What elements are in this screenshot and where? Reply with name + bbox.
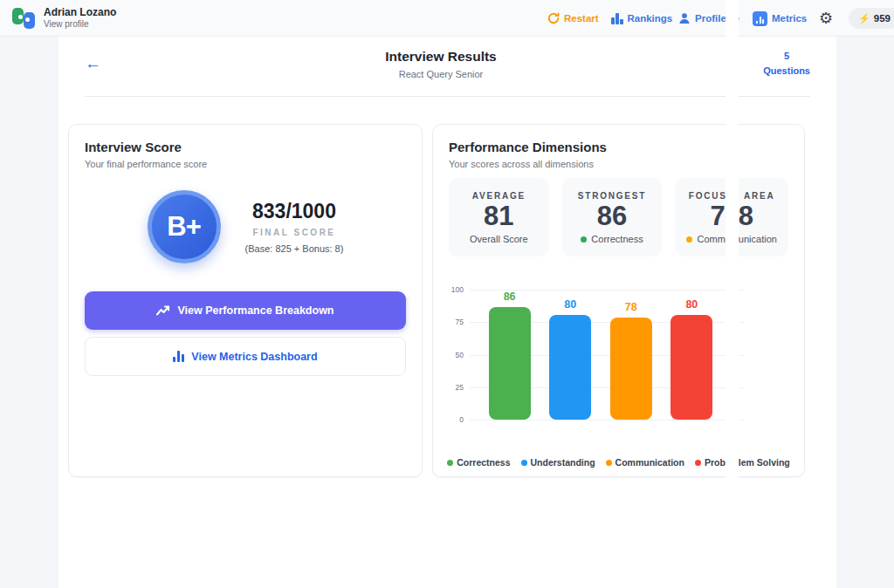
results-header: ← Interview Results React Query Senior 5… bbox=[739, 37, 810, 97]
dimension-stats-row: AVERAGE 81 Overall Score STRONGEST bbox=[449, 178, 726, 256]
bar-value-label: 80 bbox=[549, 298, 591, 311]
bar-group: 86 80 78 bbox=[739, 290, 745, 420]
content-sheet: ← Interview Results React Query Senior 5… bbox=[58, 37, 726, 588]
stat-label: FOCUS AREA bbox=[675, 191, 726, 201]
bar-value-label: 80 bbox=[670, 298, 712, 311]
bar-value-label: 86 bbox=[489, 291, 531, 303]
view-performance-breakdown-button[interactable]: View Performance Breakdown bbox=[85, 291, 406, 330]
app-logo-icon bbox=[12, 7, 35, 30]
bar-group: 86 80 78 bbox=[470, 290, 726, 420]
legend-item-communication: Communication bbox=[606, 457, 684, 468]
questions-count: 5 bbox=[763, 49, 810, 64]
stat-sublabel: Overall Score bbox=[449, 234, 549, 244]
stat-strongest: STRONGEST 86 Correctness bbox=[562, 178, 663, 256]
render-seam-gap bbox=[726, 0, 739, 588]
chart-legend: Correctness Understanding Communication bbox=[739, 457, 788, 468]
legend-dot-icon bbox=[695, 460, 701, 466]
nav-profile-label: Profile bbox=[739, 13, 739, 24]
nav-rankings-label: Rankings bbox=[628, 13, 673, 24]
page-body: ← Interview Results React Query Senior 5… bbox=[0, 37, 726, 588]
nav-metrics-label: Metrics bbox=[772, 13, 807, 24]
stat-dot-icon bbox=[686, 236, 692, 243]
nav-profile-label: Profile bbox=[695, 13, 726, 24]
chart-plot-area: 86 80 78 bbox=[739, 290, 745, 420]
nav-profile-button[interactable]: Profile bbox=[678, 0, 726, 37]
bar bbox=[549, 315, 591, 420]
bar-correctness: 86 bbox=[489, 290, 531, 420]
questions-label: Questions bbox=[763, 64, 810, 79]
score-card-title: Interview Score bbox=[85, 140, 406, 154]
bar-problem-solving: 80 bbox=[670, 290, 712, 420]
bar-chart-icon bbox=[173, 351, 184, 362]
metrics-icon bbox=[753, 11, 767, 26]
results-header: ← Interview Results React Query Senior 5… bbox=[85, 37, 726, 97]
legend-item-correctness: Correctness bbox=[447, 457, 510, 468]
bar-value-label: 78 bbox=[610, 301, 652, 313]
score-breakdown-note: (Base: 825 + Bonus: 8) bbox=[245, 243, 344, 254]
app-screen: Adrian Lozano View profile Restart bbox=[0, 0, 894, 588]
gear-icon: ⚙ bbox=[819, 10, 833, 26]
stat-value: 78 bbox=[675, 202, 726, 231]
topbar: Adrian Lozano View profile Restart bbox=[0, 0, 726, 37]
grade-badge: B+ bbox=[148, 190, 221, 263]
stat-focus-area: FOCUS AREA 78 Communication bbox=[739, 178, 788, 256]
legend-dot-icon bbox=[521, 460, 527, 466]
bar bbox=[610, 318, 652, 420]
bar-understanding: 80 bbox=[549, 290, 591, 420]
stat-sublabel: Communication bbox=[675, 234, 726, 244]
score-card-subtitle: Your final performance score bbox=[85, 159, 406, 169]
dimensions-card-title: Performance Dimensions bbox=[449, 140, 726, 154]
legend-item-problem-solving: Problem Solving bbox=[739, 457, 790, 468]
page: Adrian Lozano View profile Restart bbox=[0, 0, 726, 588]
stat-sublabel: Correctness bbox=[562, 234, 663, 244]
nav-restart-button[interactable]: Restart bbox=[547, 0, 599, 37]
dimension-stats-row: AVERAGE 81 Overall Score STRONGEST bbox=[739, 178, 788, 256]
stat-average: AVERAGE 81 Overall Score bbox=[449, 178, 549, 256]
viewport-right-slice: Adrian Lozano View profile Restart bbox=[739, 0, 894, 588]
stat-label: STRONGEST bbox=[562, 191, 663, 201]
stat-label: AVERAGE bbox=[449, 191, 549, 201]
dimensions-card-subtitle: Your scores across all dimensions bbox=[739, 159, 788, 169]
dimensions-card-title: Performance Dimensions bbox=[739, 140, 788, 154]
nav-metrics-button[interactable]: Metrics bbox=[753, 0, 807, 37]
bar bbox=[670, 315, 712, 420]
nav-profile-button[interactable]: Profile bbox=[739, 0, 739, 37]
performance-dimensions-card: Performance Dimensions Your scores acros… bbox=[432, 124, 726, 477]
legend-item-problem-solving: Problem Solving bbox=[695, 457, 726, 468]
page-right-slice: Adrian Lozano View profile Restart bbox=[739, 0, 894, 588]
view-profile-link[interactable]: View profile bbox=[44, 18, 116, 30]
page-title: Interview Results bbox=[385, 49, 497, 65]
content-sheet: ← Interview Results React Query Senior 5… bbox=[739, 37, 836, 588]
chart-y-axis: 100 75 50 25 0 bbox=[449, 290, 470, 420]
legend-dot-icon bbox=[606, 460, 612, 466]
stat-value: 81 bbox=[449, 202, 549, 231]
stat-sublabel: Communication bbox=[739, 234, 788, 244]
stat-dot-icon bbox=[581, 236, 587, 243]
restart-icon bbox=[547, 12, 560, 24]
interview-score-card: Interview Score Your final performance s… bbox=[68, 124, 423, 477]
back-arrow-button[interactable]: ← bbox=[85, 55, 101, 72]
chart-legend: Correctness Understanding Communication bbox=[449, 457, 726, 468]
settings-gear-button[interactable]: ⚙ bbox=[819, 0, 833, 37]
lightning-bolt-icon: ⚡ bbox=[858, 14, 870, 24]
energy-count: 959 bbox=[874, 13, 891, 24]
view-metrics-dashboard-button[interactable]: View Metrics Dashboard bbox=[85, 337, 406, 376]
page-body: ← Interview Results React Query Senior 5… bbox=[739, 37, 894, 588]
dimensions-card-subtitle: Your scores across all dimensions bbox=[449, 159, 726, 169]
profile-icon bbox=[678, 12, 691, 24]
nav-rankings-button[interactable]: Rankings bbox=[611, 0, 672, 37]
stat-focus-area: FOCUS AREA 78 Communication bbox=[675, 178, 726, 256]
final-score-label: FINAL SCORE bbox=[245, 228, 344, 237]
final-score-section: B+ 833/1000 FINAL SCORE (Base: 825 + Bon… bbox=[85, 190, 406, 263]
user-brand-block[interactable]: Adrian Lozano View profile bbox=[12, 6, 116, 30]
bar-communication: 78 bbox=[610, 290, 652, 420]
viewport-left-slice: Adrian Lozano View profile Restart bbox=[0, 0, 726, 588]
questions-count-badge: 5 Questions bbox=[763, 49, 810, 78]
page-subtitle: React Query Senior bbox=[385, 69, 497, 79]
topbar: Adrian Lozano View profile Restart bbox=[739, 0, 894, 37]
energy-counter-badge[interactable]: ⚡ 959 bbox=[849, 8, 894, 29]
bar bbox=[489, 307, 531, 420]
legend-item-understanding: Understanding bbox=[521, 457, 595, 468]
stat-value: 78 bbox=[739, 202, 788, 231]
final-score-value: 833/1000 bbox=[245, 200, 344, 223]
